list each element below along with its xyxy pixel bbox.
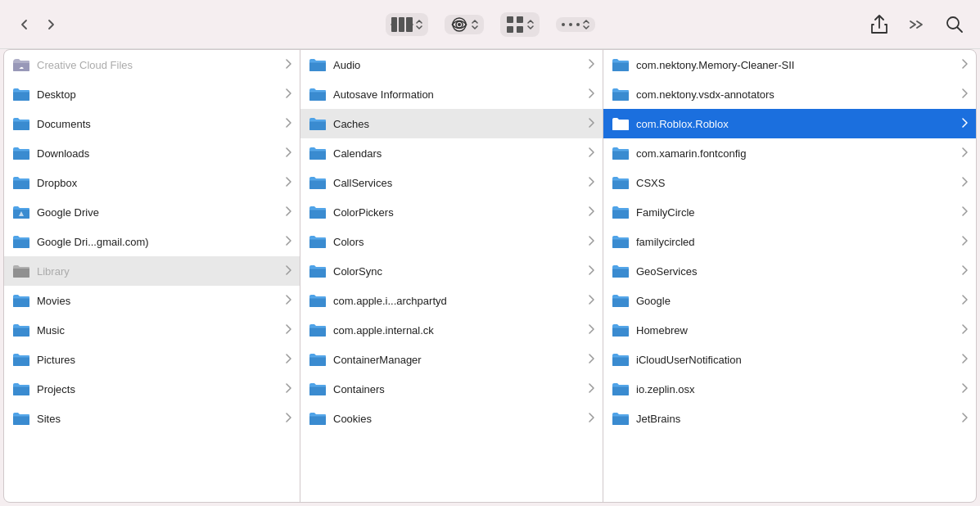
list-item[interactable]: GeoServices (603, 256, 976, 286)
ellipsis-icon (561, 20, 580, 29)
list-item[interactable]: Dropbox (4, 168, 300, 197)
list-item[interactable]: Sites (4, 404, 300, 433)
list-item[interactable]: ☁ Creative Cloud Files (4, 50, 300, 79)
folder-icon (12, 116, 30, 131)
chevron-right-icon (286, 118, 291, 129)
nav-buttons (13, 13, 62, 36)
forward-button[interactable] (39, 13, 62, 36)
view-switcher[interactable] (386, 13, 428, 36)
list-item[interactable]: Google Dri...gmail.com) (4, 227, 300, 256)
more-options[interactable] (556, 17, 595, 32)
item-name: Movies (37, 295, 282, 307)
column-1: ☁ Creative Cloud Files Desktop Documents… (4, 50, 300, 502)
chevron-right-icon (286, 206, 291, 218)
item-name: JetBrains (636, 413, 959, 425)
folder-icon (309, 234, 327, 249)
chevron-right-icon (589, 147, 594, 159)
list-item[interactable]: io.zeplin.osx (603, 374, 976, 404)
list-item[interactable]: CallServices (300, 168, 603, 197)
list-item[interactable]: Library (4, 256, 300, 286)
eye-icon (449, 17, 469, 32)
search-button[interactable] (942, 12, 967, 37)
folder-icon (12, 323, 30, 337)
item-name: Dropbox (37, 177, 282, 189)
list-item[interactable]: Audio (300, 50, 603, 79)
folder-icon (309, 87, 327, 102)
column-3: com.nektony.Memory-Cleaner-SII com.nekto… (603, 50, 976, 502)
chevron-right-icon (286, 88, 291, 100)
chevron-right-icon (589, 354, 594, 365)
svg-rect-2 (406, 17, 413, 32)
list-item[interactable]: Google (603, 286, 976, 315)
list-item[interactable]: Projects (4, 374, 300, 404)
item-name: com.apple.internal.ck (333, 324, 585, 337)
list-item[interactable]: JetBrains (603, 404, 976, 433)
share-button[interactable] (867, 12, 892, 37)
back-button[interactable] (13, 13, 36, 36)
list-item[interactable]: Cookies (300, 404, 603, 433)
folder-icon (309, 175, 327, 190)
list-item[interactable]: com.xamarin.fontconfig (603, 138, 976, 168)
list-item[interactable]: CSXS (603, 168, 976, 197)
toolbar (0, 0, 980, 49)
list-item[interactable]: Music (4, 315, 300, 345)
item-name: Calendars (333, 147, 585, 160)
list-item[interactable]: com.nektony.Memory-Cleaner-SII (603, 50, 976, 79)
list-item[interactable]: Downloads (4, 138, 300, 168)
chevron-right-icon (286, 324, 291, 336)
svg-rect-9 (517, 26, 523, 33)
folder-icon (12, 264, 30, 278)
list-item[interactable]: Autosave Information (300, 79, 603, 109)
list-item[interactable]: com.apple.i...archpartyd (300, 286, 603, 315)
list-item[interactable]: Containers (300, 374, 603, 404)
chevron-right-icon (962, 413, 968, 424)
list-item[interactable]: Documents (4, 109, 300, 138)
list-item[interactable]: iCloudUserNotification (603, 345, 976, 374)
toolbar-right (867, 12, 967, 37)
list-item[interactable]: Calendars (300, 138, 603, 168)
chevron-right-icon (589, 88, 594, 100)
item-name: com.xamarin.fontconfig (636, 147, 959, 160)
chevron-right-icon (962, 383, 968, 395)
folder-icon (12, 382, 30, 396)
folder-icon (309, 323, 327, 337)
chevron-right-icon (589, 177, 594, 188)
item-name: Caches (333, 118, 585, 130)
list-item[interactable]: com.nektony.vsdx-annotators (603, 79, 976, 109)
chevron-right-icon (589, 59, 594, 70)
folder-icon (309, 293, 327, 308)
eye-chevron-icon (471, 20, 479, 29)
chevron-right-icon (589, 324, 594, 336)
folder-icon (612, 264, 630, 278)
column-2: Audio Autosave Information Caches Calend… (300, 50, 603, 502)
list-item[interactable]: ColorPickers (300, 197, 603, 227)
list-item[interactable]: Movies (4, 286, 300, 315)
item-name: Library (37, 265, 282, 278)
list-item[interactable]: familycircled (603, 227, 976, 256)
chevron-right-icon (589, 265, 594, 277)
svg-point-10 (562, 23, 565, 26)
grid-options[interactable] (500, 12, 540, 37)
list-item[interactable]: com.Roblox.Roblox (603, 109, 976, 138)
list-item[interactable]: FamilyCircle (603, 197, 976, 227)
list-item[interactable]: Colors (300, 227, 603, 256)
list-item[interactable]: Pictures (4, 345, 300, 374)
list-item[interactable]: Homebrew (603, 315, 976, 345)
list-item[interactable]: Caches (300, 109, 603, 138)
item-name: CSXS (636, 177, 959, 189)
list-item[interactable]: ColorSync (300, 256, 603, 286)
item-name: com.apple.i...archpartyd (333, 295, 585, 307)
view-options[interactable] (445, 15, 484, 34)
item-name: FamilyCircle (636, 206, 959, 219)
item-name: Sites (37, 413, 282, 425)
folder-icon (309, 264, 327, 278)
column-view-icon (391, 16, 413, 34)
chevron-right-icon (962, 147, 968, 159)
list-item[interactable]: Desktop (4, 79, 300, 109)
list-item[interactable]: ContainerManager (300, 345, 603, 374)
list-item[interactable]: com.apple.internal.ck (300, 315, 603, 345)
item-name: Cookies (333, 413, 585, 425)
list-item[interactable]: Google Drive (4, 197, 300, 227)
item-name: Pictures (37, 354, 282, 366)
more-actions-button[interactable] (905, 12, 929, 37)
